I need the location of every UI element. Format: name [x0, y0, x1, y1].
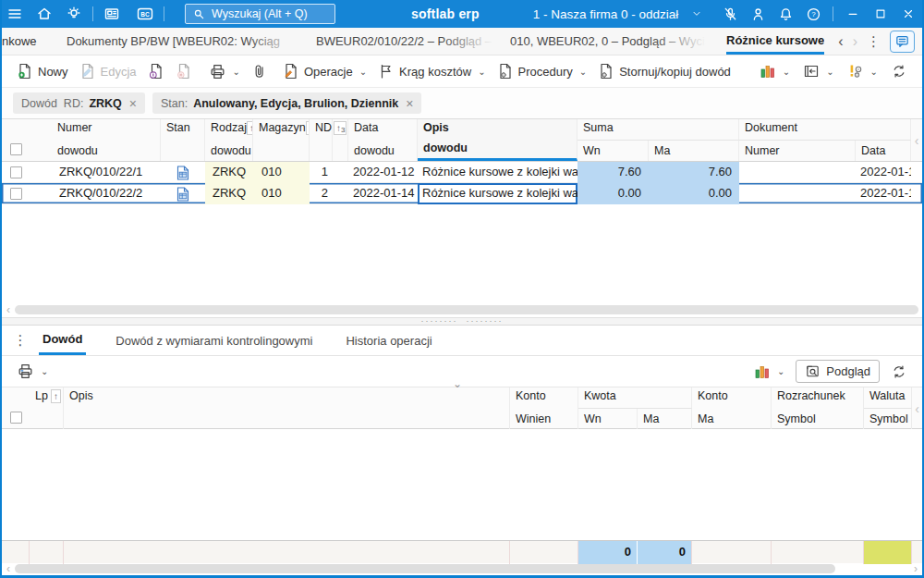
tabs-scroll-right-icon[interactable]: ›	[853, 34, 857, 49]
col-header-waluta[interactable]: Waluta	[864, 387, 912, 409]
tab-bweur02-podglad[interactable]: BWEUR02/010/22/2 – Podgląd – Doku	[316, 28, 493, 55]
col-header-rodzaj-dowodu[interactable]: Rodzaj↑1 dowodu	[205, 119, 253, 161]
col-header-data-dowodu[interactable]: Datadowodu	[348, 119, 418, 161]
procedures-button[interactable]: Procedury ⌄	[492, 58, 593, 84]
tabs-scroll-left-icon[interactable]: ‹	[838, 34, 843, 49]
tabs-menu-icon[interactable]: ⋮	[867, 33, 881, 50]
sort-badge-1[interactable]: ↑1	[247, 121, 253, 135]
chip-close-icon[interactable]: ×	[129, 96, 137, 111]
collapse-panel-icon[interactable]: ⌄	[453, 377, 462, 390]
cost-circle-button[interactable]: Krąg kosztów ⌄	[372, 58, 491, 84]
tab-dowod-wymiary[interactable]: Dowód z wymiarami kontrolingowymi	[112, 326, 316, 355]
tab-dowod[interactable]: Dowód	[39, 326, 86, 355]
panel-menu-icon[interactable]: ⋮	[2, 326, 39, 355]
col-header-lp[interactable]: Lp↑	[30, 387, 64, 429]
scrollbar-left-icon[interactable]: ‹	[2, 304, 15, 315]
document-delete-button[interactable]	[170, 58, 198, 84]
row-checkbox[interactable]	[10, 166, 22, 178]
row-checkbox[interactable]	[10, 188, 22, 200]
col-header-suma-wn[interactable]: Wn	[578, 141, 649, 161]
col-header-suma-ma[interactable]: Ma	[649, 141, 739, 161]
refresh-button[interactable]	[885, 359, 913, 385]
horizontal-scrollbar[interactable]: ‹ ›	[2, 563, 922, 574]
document-info-button[interactable]	[142, 58, 170, 84]
col-header-nd[interactable]: ND	[310, 119, 333, 161]
company-selector[interactable]: 1 - Nasza firma 0 - oddział	[533, 7, 703, 21]
col-header-opis[interactable]: Opis	[64, 387, 510, 429]
menu-button[interactable]	[2, 2, 28, 26]
col-header-sort3[interactable]: ↑3	[333, 119, 348, 161]
col-header-kwota-wn[interactable]: Wn	[578, 409, 638, 429]
col-header-kwota[interactable]: Kwota	[578, 387, 692, 409]
tab-bankowe[interactable]: nkowe	[2, 28, 54, 55]
scrollbar-thumb[interactable]	[15, 305, 918, 314]
scrollbar-thumb[interactable]	[15, 564, 835, 573]
settings-warning-button[interactable]: ⌄	[842, 58, 883, 84]
grid-scroll-left-icon[interactable]: ‹	[911, 119, 922, 161]
refresh-button[interactable]	[885, 58, 913, 84]
edit-button[interactable]: Edycja	[74, 58, 142, 84]
filter-chip-stan[interactable]: Stan: Anulowany, Edycja, Brulion, Dzienn…	[152, 92, 421, 114]
col-header-dokument-numer[interactable]: Numer	[739, 141, 856, 161]
cell-opis-focused[interactable]: Różnice kursowe z kolejki walu	[418, 183, 578, 204]
cell-data: 2022-01-14	[348, 183, 418, 204]
col-header-magazyn[interactable]: Magazyn↑2	[253, 119, 310, 161]
col-header-dokument-data[interactable]: Data	[856, 141, 911, 161]
col-header-konto-winien[interactable]: KontoWinien	[510, 387, 578, 429]
tab-historia-operacji[interactable]: Historia operacji	[342, 326, 435, 355]
cell-dok-data: 2022-01-14	[856, 183, 911, 204]
chip-close-icon[interactable]: ×	[406, 96, 413, 111]
storno-document-icon	[598, 63, 614, 80]
bc-button[interactable]: BC	[132, 2, 158, 26]
col-header-numer-dowodu[interactable]: Numerdowodu	[43, 119, 161, 161]
attachments-button[interactable]	[246, 58, 274, 84]
home-button[interactable]	[31, 2, 57, 26]
horizontal-scrollbar[interactable]: ‹	[2, 304, 922, 315]
col-header-stan[interactable]: Stan	[161, 119, 205, 161]
sort-badge-3[interactable]: ↑3	[334, 121, 346, 135]
scrollbar-left-icon[interactable]: ‹	[2, 563, 15, 574]
news-button[interactable]	[99, 2, 125, 26]
tab-roznice-kursowe[interactable]: Różnice kursowe	[726, 28, 824, 55]
col-header-dokument[interactable]: Dokument	[739, 119, 911, 141]
storno-copy-button[interactable]: Stornuj/kopiuj dowód	[592, 58, 736, 84]
select-all-checkbox[interactable]	[2, 119, 30, 161]
notifications-button[interactable]	[772, 2, 799, 26]
chat-button[interactable]	[890, 31, 915, 53]
print-button[interactable]: ⌄	[203, 58, 246, 84]
scrollbar-right-icon[interactable]: ›	[909, 563, 922, 574]
close-button[interactable]	[894, 2, 922, 26]
sort-badge[interactable]: ↑	[51, 389, 61, 403]
col-header-rozrachunek[interactable]: RozrachunekSymbol	[772, 387, 864, 429]
table-row[interactable]: ZRKQ/010/22/1 ZRKQ 010 1 2022-01-12 Różn…	[2, 162, 922, 183]
mic-off-button[interactable]	[716, 2, 744, 26]
select-all-checkbox[interactable]	[2, 387, 30, 429]
help-button[interactable]: ?	[799, 2, 827, 26]
chart-view-button[interactable]: ⌄	[754, 58, 796, 84]
col-header-opis-dowodu[interactable]: Opisdowodu	[418, 119, 578, 161]
company-name: 1 - Nasza firma 0 - oddział	[533, 7, 679, 21]
preview-button[interactable]: Podgląd	[796, 360, 880, 383]
minimize-button[interactable]	[839, 2, 867, 26]
col-header-kwota-ma[interactable]: Ma	[638, 409, 692, 429]
table-row-selected[interactable]: ZRKQ/010/22/2 ZRKQ 010 2 2022-01-14 Różn…	[2, 183, 922, 204]
col-header-konto-ma[interactable]: KontoMa	[692, 387, 772, 429]
maximize-button[interactable]	[867, 2, 894, 26]
col-header-waluta-symbol[interactable]: Symbol	[864, 409, 912, 429]
print-button[interactable]: ⌄	[11, 359, 54, 385]
search-input[interactable]: Wyszukaj (Alt + Q)	[185, 4, 335, 24]
col-header-suma[interactable]: Suma	[578, 119, 739, 141]
new-button[interactable]: Nowy	[11, 58, 74, 84]
user-button[interactable]	[744, 2, 772, 26]
grid-scroll-left-icon[interactable]: ‹	[912, 387, 922, 429]
operations-button[interactable]: Operacje ⌄	[277, 58, 372, 84]
tab-010-wbeur02-podglad[interactable]: 010, WBEUR02, 0 – Podgląd – Wyciągi	[510, 28, 706, 55]
tab-dokumenty-bp-bw[interactable]: Dokumenty BP/BW [WBEUR02: Wyciąg	[67, 28, 299, 55]
search-icon	[192, 7, 206, 21]
filter-chip-dowod[interactable]: Dowód RD: ZRKQ ×	[13, 92, 145, 114]
side-panel-button[interactable]: ⌄	[797, 58, 839, 84]
search-placeholder: Wyszukaj (Alt + Q)	[212, 7, 308, 20]
chart-view-button[interactable]: ⌄	[748, 359, 790, 385]
panel-splitter[interactable]: ········ ········	[2, 317, 922, 326]
assistant-button[interactable]	[61, 2, 87, 26]
